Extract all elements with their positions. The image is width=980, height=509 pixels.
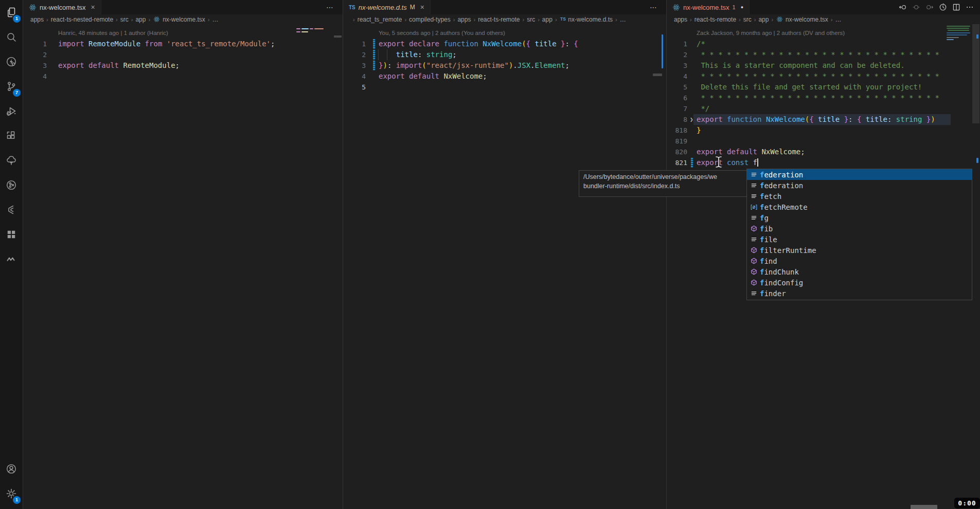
breadcrumb-item[interactable]: src	[743, 16, 752, 23]
breadcrumb-item[interactable]: app	[135, 16, 146, 23]
code-line[interactable]: 2	[23, 49, 343, 60]
code-line[interactable]: 819	[667, 136, 980, 147]
breadcrumb-item[interactable]: …	[620, 16, 626, 23]
suggestion-item[interactable]: finder	[747, 288, 972, 299]
suggestion-item[interactable]: fg	[747, 212, 972, 223]
suggestion-item[interactable]: findConfig	[747, 277, 972, 288]
code-line[interactable]: 1/*	[667, 39, 980, 49]
activity-item-tree[interactable]	[0, 148, 23, 173]
tab-nx-welcome.tsx[interactable]: nx-welcome.tsx×	[23, 0, 101, 14]
close-icon[interactable]: ×	[91, 3, 95, 11]
activity-item-accounts[interactable]	[0, 457, 23, 481]
breadcrumb-item[interactable]: react-ts-remote	[478, 16, 520, 23]
activity-item-hexagon-extension[interactable]	[0, 197, 23, 222]
breadcrumb-item[interactable]: apps	[674, 16, 687, 23]
token-fn: RemoteModule	[123, 61, 175, 69]
breadcrumb-item[interactable]: nx-welcome.tsx	[776, 15, 828, 23]
suggestion-label: federation	[760, 171, 803, 179]
activity-item-zigzag-extension[interactable]	[0, 247, 23, 271]
code-line[interactable]: 821export const f	[667, 157, 980, 168]
code-line[interactable]: 818}	[667, 125, 980, 136]
breadcrumb-item[interactable]: src	[120, 16, 129, 23]
next-change-icon[interactable]	[924, 3, 934, 12]
code-line[interactable]: 4export default NxWelcome;	[343, 71, 667, 82]
code-line[interactable]: 2 * * * * * * * * * * * * * * * * * * * …	[667, 49, 980, 60]
code-line[interactable]: 1export declare function NxWelcome({ tit…	[343, 39, 667, 49]
code-line[interactable]: 820export default NxWelcome;	[667, 147, 980, 157]
suggest-details-path-line2: bundler-runtime/dist/src/index.d.ts	[583, 181, 751, 191]
activity-item-grid-extension[interactable]	[0, 222, 23, 247]
code-line[interactable]: 5 Delete this file and get started with …	[667, 82, 980, 93]
tab-bar: nx-welcome.tsx1●	[667, 0, 980, 14]
activity-item-settings[interactable]: 1	[0, 481, 23, 506]
breadcrumb-item[interactable]: apps	[457, 16, 471, 23]
code-line[interactable]: 3}): import("react/jsx-runtime").JSX.Ele…	[343, 60, 667, 71]
suggestion-item[interactable]: fib	[747, 223, 972, 234]
activity-item-explorer[interactable]: 1	[0, 0, 23, 25]
timeline-icon[interactable]	[938, 3, 948, 12]
suggestion-item[interactable]: fetch	[747, 191, 972, 202]
gutter-modified-indicator	[373, 50, 375, 60]
breadcrumb-item[interactable]: TSnx-welcome.d.ts	[560, 16, 613, 23]
git-blame-lens[interactable]: Zack Jackson, 9 months ago | 2 authors (…	[667, 28, 980, 39]
token-var: title	[396, 50, 418, 59]
suggestion-item[interactable]: findChunk	[747, 266, 972, 277]
breadcrumb-item[interactable]: app	[758, 16, 769, 23]
symbol-method-icon	[749, 279, 758, 286]
activity-item-search[interactable]	[0, 25, 23, 49]
tab-nx-welcome.d.ts[interactable]: TSnx-welcome.d.tsM×	[343, 0, 431, 14]
token-kw: export default	[379, 72, 443, 80]
close-icon[interactable]: ×	[420, 3, 424, 11]
code-line[interactable]: 1import RemoteModule from 'react_ts_remo…	[23, 39, 343, 49]
breadcrumb-item[interactable]: compiled-types	[409, 16, 451, 23]
code-line[interactable]: 3 This is a starter component and can be…	[667, 60, 980, 71]
suggestion-item[interactable]: federation	[747, 169, 972, 180]
token-cls: NxWelcome	[766, 115, 805, 123]
suggestion-item[interactable]: find	[747, 256, 972, 266]
git-blame-lens[interactable]: You, 5 seconds ago | 2 authors (You and …	[343, 28, 667, 39]
activity-item-thunder-client[interactable]	[0, 49, 23, 74]
split-editor-icon[interactable]	[951, 3, 961, 12]
code-line[interactable]: 8❯export function NxWelcome({ title }: {…	[667, 114, 980, 125]
code-line[interactable]: 4	[23, 71, 343, 82]
tab-nx-welcome.tsx[interactable]: nx-welcome.tsx1●	[667, 0, 750, 14]
fold-chevron-icon[interactable]: ❯	[690, 114, 693, 125]
breadcrumb-item[interactable]: apps	[30, 16, 44, 23]
tab-overflow-button[interactable]: ⋯	[317, 3, 343, 11]
token-pun: ;	[175, 61, 180, 69]
suggestion-item[interactable]: [ø]fetchRemote	[747, 202, 972, 212]
tab-overflow-button[interactable]: ⋯	[640, 3, 667, 11]
symbol-value-icon: [ø]	[749, 204, 758, 210]
token-b1: (	[522, 40, 526, 48]
code-line[interactable]: 4 * * * * * * * * * * * * * * * * * * * …	[667, 71, 980, 82]
activity-item-git-graph[interactable]	[0, 173, 23, 197]
activity-item-run-debug[interactable]	[0, 99, 23, 123]
breadcrumb-item[interactable]: react-ts-remote	[694, 16, 736, 23]
code-line[interactable]: 2 title: string;	[343, 49, 667, 60]
prev-change-icon[interactable]	[898, 3, 907, 12]
breadcrumb-item[interactable]: react-ts-nested-remote	[51, 16, 113, 23]
suggestion-item[interactable]: filterRuntime	[747, 245, 972, 256]
code-line[interactable]: 3export default RemoteModule;	[23, 60, 343, 71]
breadcrumb-item[interactable]: src	[527, 16, 535, 23]
activity-item-extensions[interactable]	[0, 123, 23, 148]
code-line[interactable]: 5	[343, 82, 667, 93]
breadcrumb-label: compiled-types	[409, 16, 451, 23]
symbol-text-icon	[749, 290, 758, 297]
chevron-icon: ›	[453, 16, 455, 23]
breadcrumb-item[interactable]: …	[212, 16, 219, 23]
token-pun: ;	[565, 61, 569, 69]
breadcrumb-item[interactable]: react_ts_remote	[358, 16, 402, 23]
activity-item-source-control[interactable]: 7	[0, 74, 23, 99]
scrollbar-thumb[interactable]	[972, 24, 979, 123]
suggestion-item[interactable]: file	[747, 234, 972, 245]
breadcrumb-item[interactable]: nx-welcome.tsx	[153, 15, 205, 23]
breadcrumb-item[interactable]: app	[542, 16, 553, 23]
git-blame-lens[interactable]: Hanric, 48 minutes ago | 1 author (Hanri…	[23, 28, 343, 39]
compare-changes-icon[interactable]	[911, 3, 921, 12]
suggestion-item[interactable]: federation	[747, 180, 972, 191]
breadcrumb-item[interactable]: …	[835, 16, 841, 23]
more-actions-icon[interactable]	[965, 3, 974, 12]
code-line[interactable]: 6 * * * * * * * * * * * * * * * * * * * …	[667, 93, 980, 103]
code-line[interactable]: 7 */	[667, 103, 980, 114]
